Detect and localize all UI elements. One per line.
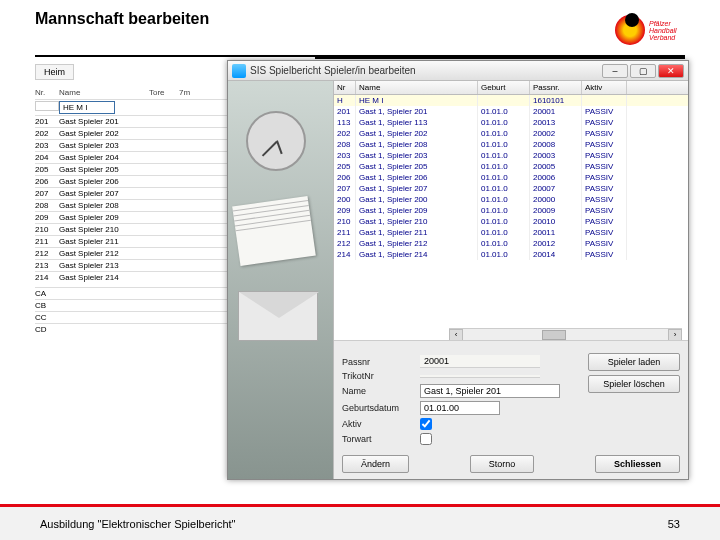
official-row[interactable]: CB [35, 299, 235, 311]
birthdate-field[interactable] [420, 401, 500, 415]
grid-row[interactable]: 211Gast 1, Spieler 21101.01.020011PASSIV [334, 227, 688, 238]
roster-row[interactable]: 203Gast Spieler 203 [35, 139, 235, 151]
col-tore: Tore [149, 88, 179, 97]
roster-row[interactable]: 213Gast Spieler 213 [35, 259, 235, 271]
col-nr: Nr. [35, 88, 59, 97]
label-torwart: Torwart [342, 434, 420, 444]
grid-row[interactable]: HHE M I1610101 [334, 95, 688, 106]
roster-row[interactable]: 214Gast Spieler 214 [35, 271, 235, 283]
footer-text: Ausbildung "Elektronischer Spielbericht" [40, 518, 236, 530]
slide-footer: Ausbildung "Elektronischer Spielbericht"… [0, 504, 720, 540]
col-name: Name [59, 88, 149, 97]
grid-row[interactable]: 208Gast 1, Spieler 20801.01.020008PASSIV [334, 139, 688, 150]
scroll-thumb[interactable] [542, 330, 566, 340]
goalkeeper-checkbox[interactable] [420, 433, 432, 445]
gcol-aktiv: Aktiv [582, 81, 627, 94]
name-field[interactable] [420, 384, 560, 398]
label-geb: Geburtsdatum [342, 403, 420, 413]
load-player-button[interactable]: Spieler laden [588, 353, 680, 371]
team-roster-panel: Heim Nr. Name Tore 7m 201Gast Spieler 20… [35, 64, 235, 335]
scroll-left-icon[interactable]: ‹ [449, 329, 463, 341]
grid-row[interactable]: 202Gast 1, Spieler 20201.01.020002PASSIV [334, 128, 688, 139]
grid-row[interactable]: 210Gast 1, Spieler 21001.01.020010PASSIV [334, 216, 688, 227]
header-divider [35, 55, 685, 57]
grid-row[interactable]: 212Gast 1, Spieler 21201.01.020012PASSIV [334, 238, 688, 249]
value-passnr: 20001 [420, 355, 540, 368]
roster-input-row [35, 99, 235, 115]
grid-row[interactable]: 214Gast 1, Spieler 21401.01.020014PASSIV [334, 249, 688, 260]
roster-row[interactable]: 211Gast Spieler 211 [35, 235, 235, 247]
label-passnr: Passnr [342, 357, 420, 367]
official-row[interactable]: CD [35, 323, 235, 335]
edit-player-dialog: SIS Spielbericht Spieler/in bearbeiten –… [227, 60, 689, 480]
grid-row[interactable]: 206Gast 1, Spieler 20601.01.020006PASSIV [334, 172, 688, 183]
col-7m: 7m [179, 88, 209, 97]
logo-line-2: Handball [649, 27, 677, 34]
roster-row[interactable]: 201Gast Spieler 201 [35, 115, 235, 127]
gcol-name: Name [356, 81, 478, 94]
roster-row[interactable]: 207Gast Spieler 207 [35, 187, 235, 199]
brand-logo: Pfälzer Handball Verband [615, 10, 685, 50]
roster-row[interactable]: 209Gast Spieler 209 [35, 211, 235, 223]
logo-line-3: Verband [649, 34, 677, 41]
page-title: Mannschaft bearbeiten [35, 10, 209, 28]
edit-button[interactable]: Ändern [342, 455, 409, 473]
player-name-input[interactable] [59, 101, 115, 114]
player-form: Spieler laden Spieler löschen Passnr2000… [334, 349, 688, 479]
value-trikot [420, 375, 540, 378]
grid-row[interactable]: 200Gast 1, Spieler 20001.01.020000PASSIV [334, 194, 688, 205]
gcol-pass: Passnr. [530, 81, 582, 94]
nr-box[interactable] [35, 101, 59, 111]
grid-row[interactable]: 113Gast 1, Spieler 11301.01.020013PASSIV [334, 117, 688, 128]
scroll-right-icon[interactable]: › [668, 329, 682, 341]
label-aktiv: Aktiv [342, 419, 420, 429]
envelope-icon [238, 291, 318, 341]
grid-row[interactable]: 203Gast 1, Spieler 20301.01.020003PASSIV [334, 150, 688, 161]
cancel-button[interactable]: Storno [470, 455, 535, 473]
minimize-button[interactable]: – [602, 64, 628, 78]
horizontal-scrollbar[interactable]: ‹ › [449, 328, 682, 340]
maximize-button[interactable]: ▢ [630, 64, 656, 78]
logo-line-1: Pfälzer [649, 20, 677, 27]
close-dialog-button[interactable]: Schliessen [595, 455, 680, 473]
roster-row[interactable]: 205Gast Spieler 205 [35, 163, 235, 175]
logo-swirl-icon [615, 15, 645, 45]
close-button[interactable]: ✕ [658, 64, 684, 78]
app-icon [232, 64, 246, 78]
grid-row[interactable]: 207Gast 1, Spieler 20701.01.020007PASSIV [334, 183, 688, 194]
grid-header: Nr Name Geburt Passnr. Aktiv [334, 81, 688, 95]
official-row[interactable]: CA [35, 287, 235, 299]
grid-row[interactable]: 201Gast 1, Spieler 20101.01.020001PASSIV [334, 106, 688, 117]
dialog-illustration [228, 81, 334, 479]
official-row[interactable]: CC [35, 311, 235, 323]
tab-heim[interactable]: Heim [35, 64, 74, 80]
dialog-title: SIS Spielbericht Spieler/in bearbeiten [250, 65, 600, 76]
dialog-titlebar[interactable]: SIS Spielbericht Spieler/in bearbeiten –… [228, 61, 688, 81]
page-number: 53 [668, 518, 680, 530]
clock-icon [246, 111, 306, 171]
delete-player-button[interactable]: Spieler löschen [588, 375, 680, 393]
roster-row[interactable]: 210Gast Spieler 210 [35, 223, 235, 235]
grid-row[interactable]: 205Gast 1, Spieler 20501.01.020005PASSIV [334, 161, 688, 172]
active-checkbox[interactable] [420, 418, 432, 430]
label-name: Name [342, 386, 420, 396]
gcol-geb: Geburt [478, 81, 530, 94]
roster-row[interactable]: 204Gast Spieler 204 [35, 151, 235, 163]
player-grid[interactable]: Nr Name Geburt Passnr. Aktiv HHE M I1610… [334, 81, 688, 341]
gcol-nr: Nr [334, 81, 356, 94]
roster-row[interactable]: 206Gast Spieler 206 [35, 175, 235, 187]
label-trikot: TrikotNr [342, 371, 420, 381]
roster-row[interactable]: 208Gast Spieler 208 [35, 199, 235, 211]
roster-header: Nr. Name Tore 7m [35, 86, 235, 99]
roster-row[interactable]: 212Gast Spieler 212 [35, 247, 235, 259]
grid-row[interactable]: 209Gast 1, Spieler 20901.01.020009PASSIV [334, 205, 688, 216]
roster-row[interactable]: 202Gast Spieler 202 [35, 127, 235, 139]
paper-icon [232, 196, 316, 266]
